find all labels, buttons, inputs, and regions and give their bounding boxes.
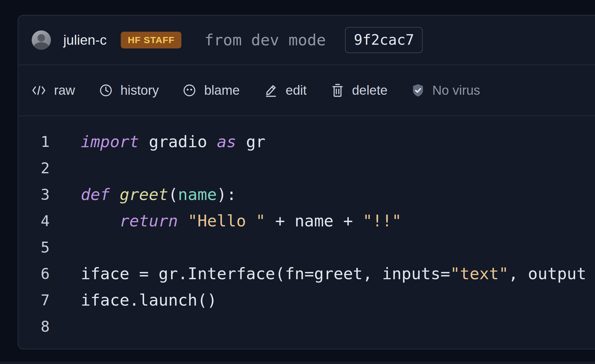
code-line: 3 def greet(name):	[18, 181, 595, 208]
avatar[interactable]	[32, 30, 51, 50]
line-content: iface = gr.Interface(fn=greet, inputs="t…	[81, 261, 586, 287]
line-number[interactable]: 4	[18, 208, 50, 234]
code-token-fn: greet	[120, 185, 168, 204]
blame-button[interactable]: blame	[183, 83, 239, 98]
code-token-plain	[81, 212, 120, 230]
edit-button[interactable]: edit	[264, 83, 307, 98]
code-block: 1 import gradio as gr 2 3 def greet(name…	[18, 116, 595, 340]
next-section-edge	[0, 362, 595, 364]
line-number[interactable]: 3	[18, 181, 50, 208]
code-line: 1 import gradio as gr	[18, 129, 595, 155]
raw-label: raw	[54, 83, 75, 98]
code-line: 8	[18, 313, 595, 340]
code-line: 2	[18, 155, 595, 181]
history-button[interactable]: history	[99, 83, 159, 98]
hf-staff-badge: HF STAFF	[121, 32, 181, 48]
code-token-plain: gr	[236, 132, 266, 151]
code-token-str: "text"	[450, 264, 509, 283]
commit-message: from dev mode	[204, 31, 326, 49]
file-viewer-card: julien-c HF STAFF from dev mode 9f2cac7 …	[18, 15, 595, 349]
history-label: history	[120, 83, 159, 98]
code-line: 6 iface = gr.Interface(fn=greet, inputs=…	[18, 261, 595, 287]
no-virus-badge: No virus	[412, 83, 480, 98]
line-number[interactable]: 7	[18, 287, 50, 313]
code-token-kw: def	[81, 185, 110, 204]
code-token-plain	[178, 212, 188, 230]
clock-icon	[99, 84, 112, 97]
code-token-plain: ):	[217, 185, 236, 204]
code-token-plain	[110, 185, 120, 204]
line-number[interactable]: 1	[18, 129, 50, 155]
shield-check-icon	[412, 84, 424, 97]
code-token-kw: as	[217, 132, 236, 151]
page: { "header": { "username": "julien-c", "b…	[0, 0, 595, 364]
code-token-kw: import	[81, 132, 139, 151]
code-token-param: name	[178, 185, 217, 204]
line-content: iface.launch()	[81, 287, 217, 313]
blame-face-icon	[183, 84, 196, 97]
line-number[interactable]: 5	[18, 234, 50, 261]
line-number[interactable]: 6	[18, 261, 50, 287]
raw-button[interactable]: raw	[32, 83, 75, 98]
code-line: 5	[18, 234, 595, 261]
no-virus-label: No virus	[432, 83, 480, 98]
code-token-plain: (	[168, 185, 178, 204]
code-line: 7 iface.launch()	[18, 287, 595, 313]
code-line: 4 return "Hello " + name + "!!"	[18, 208, 595, 234]
code-token-plain: + name +	[266, 212, 363, 230]
code-token-str: "!!"	[363, 212, 402, 230]
file-toolbar: raw history blame	[18, 65, 595, 116]
blame-label: blame	[204, 83, 239, 98]
delete-label: delete	[352, 83, 388, 98]
edit-label: edit	[286, 83, 307, 98]
trash-icon	[331, 84, 344, 97]
line-content: def greet(name):	[81, 181, 236, 208]
pencil-icon	[264, 84, 278, 97]
code-token-kw: return	[120, 212, 178, 230]
username-link[interactable]: julien-c	[63, 32, 107, 48]
code-brackets-icon	[32, 85, 46, 96]
code-token-str: "Hello "	[188, 212, 265, 230]
line-content: return "Hello " + name + "!!"	[81, 208, 402, 234]
line-number[interactable]: 2	[18, 155, 50, 181]
commit-header: julien-c HF STAFF from dev mode 9f2cac7	[18, 16, 595, 65]
code-token-plain: , output	[509, 264, 586, 283]
line-content: import gradio as gr	[81, 129, 266, 155]
delete-button[interactable]: delete	[331, 83, 388, 98]
code-token-plain: gradio	[139, 132, 217, 151]
commit-hash-chip[interactable]: 9f2cac7	[345, 27, 423, 53]
code-token-plain: iface.launch()	[81, 291, 217, 309]
code-token-plain: iface = gr.Interface(fn=greet, inputs=	[81, 264, 450, 283]
line-number[interactable]: 8	[18, 313, 50, 340]
